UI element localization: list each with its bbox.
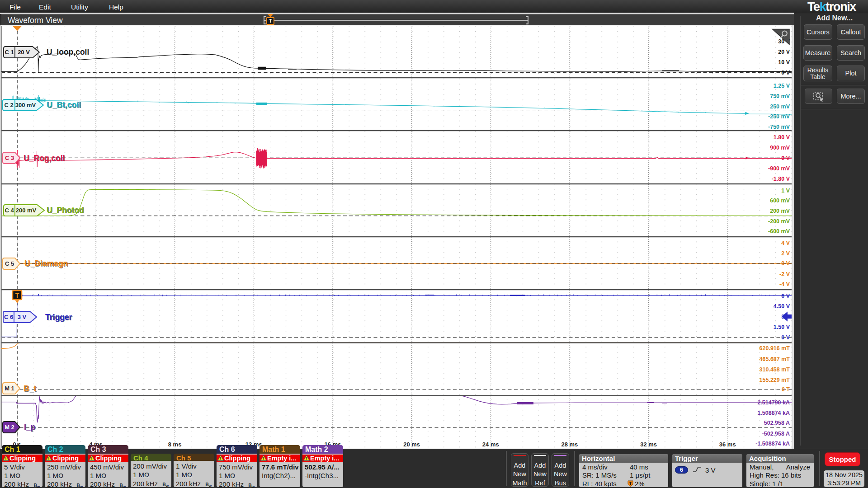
svg-text:M 1: M 1 [5,385,14,392]
svg-text:-1.508874 kA: -1.508874 kA [755,441,790,447]
svg-text:900 mV: 900 mV [770,145,790,151]
svg-text:750 mV: 750 mV [770,93,790,99]
svg-text:C 1: C 1 [5,49,14,56]
svg-text:502.958 A: 502.958 A [764,420,790,426]
svg-text:0 T: 0 T [782,386,790,393]
svg-text:1.508874 kA: 1.508874 kA [757,410,790,416]
svg-text:-2 V: -2 V [779,271,790,277]
svg-text:28 ms: 28 ms [561,441,578,448]
svg-text:36 ms: 36 ms [719,441,736,448]
svg-text:20 V: 20 V [18,49,30,56]
svg-text:4 V: 4 V [781,240,790,246]
svg-text:250 mV: 250 mV [770,103,790,110]
svg-text:C 2: C 2 [4,102,13,108]
svg-text:200 mV: 200 mV [770,208,790,214]
svg-text:C 4: C 4 [5,207,14,214]
svg-text:620.916 mT: 620.916 mT [760,345,790,352]
svg-text:U_Diamagn: U_Diamagn [24,259,68,268]
svg-text:M 2: M 2 [5,424,14,431]
svg-text:1.50 V: 1.50 V [774,324,790,330]
svg-text:24 ms: 24 ms [482,441,499,448]
svg-text:1.80 V: 1.80 V [774,134,790,141]
svg-text:I_p: I_p [24,422,35,432]
svg-text:C 5: C 5 [5,260,14,267]
svg-text:U_Bt,coil: U_Bt,coil [47,100,81,109]
svg-text:-750 mV: -750 mV [768,124,790,130]
svg-text:200 mV: 200 mV [16,207,37,214]
svg-text:-502.958 A: -502.958 A [762,431,790,437]
svg-text:-250 mV: -250 mV [768,113,790,120]
svg-text:10 V: 10 V [778,59,790,66]
svg-text:-1.80 V: -1.80 V [772,176,790,182]
svg-text:32 ms: 32 ms [640,441,657,448]
svg-text:-600 mV: -600 mV [768,228,790,235]
svg-text:2.514790 kA: 2.514790 kA [757,399,790,406]
svg-text:8 ms: 8 ms [168,441,182,448]
svg-text:-200 mV: -200 mV [768,218,790,225]
svg-text:0 V: 0 V [781,70,790,76]
svg-text:310.458 mT: 310.458 mT [760,366,790,373]
svg-text:4.50 V: 4.50 V [774,303,790,310]
svg-text:Trigger: Trigger [45,313,72,322]
svg-text:1.25 V: 1.25 V [774,83,790,89]
svg-text:0 V: 0 V [781,260,790,267]
svg-text:0 V: 0 V [781,334,790,341]
svg-text:U_loop,coil: U_loop,coil [47,47,89,56]
svg-text:600 mV: 600 mV [770,197,790,204]
svg-text:B_t: B_t [24,384,36,393]
svg-text:300 mV: 300 mV [15,102,36,108]
svg-text:-900 mV: -900 mV [768,165,790,172]
svg-text:U_Rog,coil: U_Rog,coil [24,154,65,163]
svg-text:2 V: 2 V [781,250,790,257]
svg-text:T: T [15,292,19,299]
svg-text:U_Photod: U_Photod [47,206,84,215]
svg-text:6 V: 6 V [781,293,790,299]
svg-text:20 V: 20 V [778,49,790,55]
svg-text:C 3: C 3 [5,155,14,161]
svg-text:465.687 mT: 465.687 mT [760,356,790,362]
svg-text:C 6: C 6 [4,314,13,320]
svg-text:155.229 mT: 155.229 mT [760,377,790,383]
svg-text:-4 V: -4 V [779,281,790,287]
svg-text:0 V: 0 V [781,155,790,161]
svg-text:3 V: 3 V [18,314,27,320]
svg-text:20 ms: 20 ms [403,441,420,448]
svg-text:1 V: 1 V [781,188,790,194]
